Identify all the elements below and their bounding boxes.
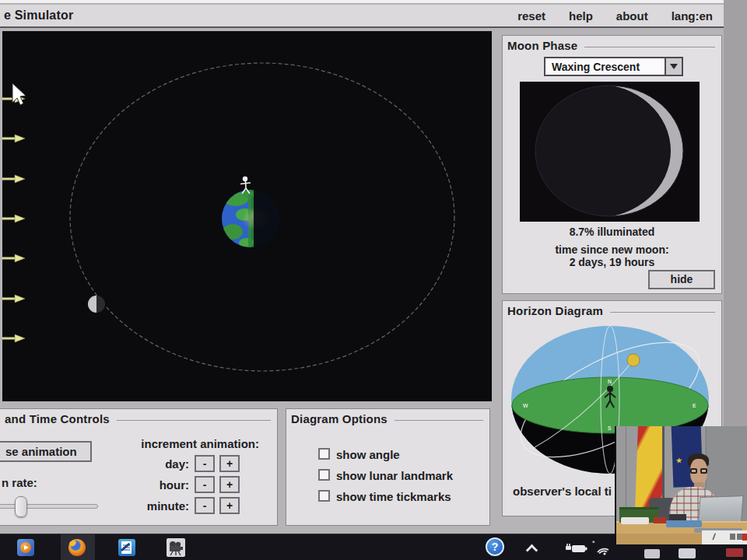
compass-east-label: E [693,403,696,408]
show-angle-checkbox[interactable] [318,448,330,460]
desk-red-object [654,517,666,523]
increment-animation-label: increment animation: [132,437,259,450]
diagram-options-panel: Diagram Options show angle show lunar la… [286,408,490,526]
animation-toggle-button[interactable]: se animation [0,441,92,462]
hide-button[interactable]: hide [648,270,715,289]
desk-blue-folder [666,520,702,527]
menu-about[interactable]: about [616,9,648,23]
show-lunar-landmark-checkbox[interactable] [318,469,330,481]
partial-tray-icon[interactable] [679,548,696,558]
sign-mark: / [712,531,717,542]
eu-star: ★ [675,456,682,464]
compass-north-label: N [608,379,612,384]
divider [610,312,715,313]
moon-phase-title: Moon Phase [507,39,577,52]
webcam-overlay: ★ / [615,426,747,544]
help-tray-icon[interactable]: ? [486,537,504,556]
dropdown-arrow-button[interactable] [665,58,682,75]
play-icon [24,545,29,550]
partial-tray-logo [726,548,743,557]
minute-minus-button[interactable]: - [195,497,215,514]
day-label: day: [93,457,189,471]
wifi-icon[interactable]: * [591,540,612,558]
show-time-tickmarks-label: show time tickmarks [336,490,451,503]
diagram-options-title: Diagram Options [291,412,388,425]
glasses [690,468,707,474]
phase-select-value: Waxing Crescent [545,61,665,73]
partial-tray-icon[interactable] [644,549,660,558]
show-lunar-landmark-label: show lunar landmark [336,469,453,482]
sun-marker[interactable] [627,354,640,366]
day-minus-button[interactable]: - [195,455,215,472]
show-time-tickmarks-checkbox[interactable] [318,490,330,502]
battery-icon[interactable] [565,543,588,557]
divider [395,420,483,421]
desk-front-sign: / [702,530,747,544]
observer-local-time-label: observer's local ti [513,485,612,498]
menu-help[interactable]: help [569,9,593,23]
sign-red-logo [742,534,747,541]
menu-language[interactable]: lang:en [672,9,713,23]
divider [584,47,715,47]
day-plus-button[interactable]: + [219,455,240,472]
orbit-view-canvas [2,31,492,401]
sign-grid-logo [730,534,742,540]
moon[interactable] [88,296,105,313]
animation-rate-slider-handle[interactable] [15,496,27,517]
divider [117,420,271,421]
window-top-edge [0,0,724,4]
media-player-icon[interactable] [17,539,34,556]
phase-select-dropdown[interactable]: Waxing Crescent [544,57,683,76]
minute-label: minute: [93,499,189,513]
earth[interactable] [222,188,282,250]
firefox-icon[interactable] [68,539,86,556]
minute-plus-button[interactable]: + [219,497,240,514]
screen: e Simulator reset help about lang:en [0,0,747,560]
menu-reset[interactable]: reset [517,9,545,23]
app-title: e Simulator [0,9,73,23]
desk-papers [621,517,649,524]
chevron-down-icon [670,64,678,69]
titlebar: e Simulator reset help about lang:en [0,5,724,28]
sunlight-arrows [2,95,25,342]
show-angle-label: show angle [336,448,400,461]
moon-phase-image [520,82,700,222]
svg-text:*: * [592,540,595,547]
time-controls-title: and Time Controls [5,412,110,425]
time-controls-panel: and Time Controls se animation n rate: i… [0,408,278,526]
hour-plus-button[interactable]: + [219,476,240,493]
camera-icon[interactable] [167,538,185,557]
hour-minus-button[interactable]: - [195,476,215,493]
moon-phase-panel: Moon Phase Waxing Crescent [502,35,722,294]
orbit-view[interactable] [2,31,492,401]
illumination-readout: 8.7% illuminated [503,226,721,238]
animation-rate-label: n rate: [2,476,37,489]
compass-south-label: S [608,425,612,431]
hour-label: hour: [93,478,189,492]
compass-west-label: W [523,403,528,408]
journal-icon[interactable] [118,539,135,556]
mouse-cursor [12,83,26,105]
time-since-value: 2 days, 19 hours [503,256,721,268]
horizon-diagram-title: Horizon Diagram [507,304,603,317]
time-since-label: time since new moon: [503,243,721,256]
